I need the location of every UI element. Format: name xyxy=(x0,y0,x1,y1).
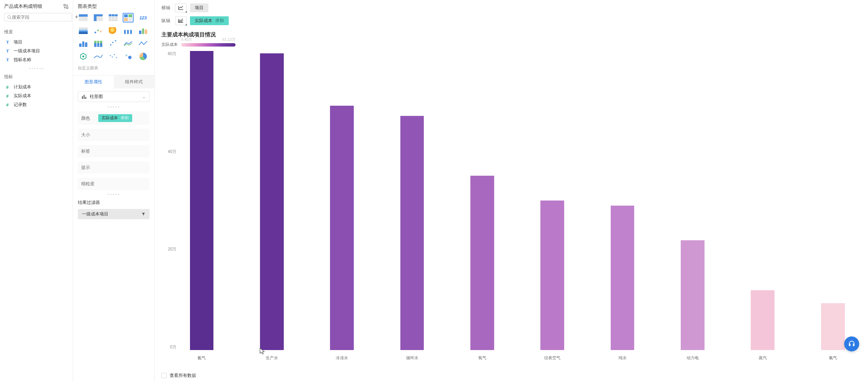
chart-type-pie[interactable] xyxy=(138,52,149,61)
swap-view-icon[interactable] xyxy=(63,4,69,9)
svg-point-2 xyxy=(8,15,11,18)
svg-point-4 xyxy=(82,55,84,57)
chart-type-kpi[interactable]: 123 xyxy=(138,13,149,22)
bar-chart-icon xyxy=(82,94,87,99)
prop-size[interactable]: 大小 xyxy=(78,129,150,141)
dimensions-section-label: 维度 xyxy=(4,29,69,35)
y-axis-ticks: 60万 40万 20万 0万 xyxy=(161,51,178,350)
chart-type-bubble[interactable] xyxy=(123,52,134,61)
y-axis-type-selector[interactable] xyxy=(175,16,187,25)
svg-rect-5 xyxy=(82,96,83,99)
chevron-down-icon: ⌄ xyxy=(142,94,146,99)
dimension-field[interactable]: T一级成本项目 xyxy=(4,47,69,55)
prop-tooltip[interactable]: 提示 xyxy=(78,161,150,174)
dataset-title: 产品成本构成明细 xyxy=(4,3,42,10)
filter-section-title: 结果过滤器 xyxy=(73,197,154,208)
bar[interactable] xyxy=(741,51,784,350)
filter-pill-label: 一级成本项目 xyxy=(82,211,108,217)
y-axis-label: 纵轴 xyxy=(161,18,172,24)
chart-type-picker: 123 xyxy=(73,13,154,67)
x-axis-type-selector[interactable] xyxy=(175,3,187,12)
chart-type-bar-multi[interactable] xyxy=(138,26,149,35)
gradient-scale: 9.40万 61.12万 xyxy=(181,43,236,47)
drag-handle[interactable]: • • • • • xyxy=(73,105,154,109)
bar[interactable] xyxy=(320,51,364,350)
bar[interactable] xyxy=(250,51,293,350)
x-axis-label: 动力电 xyxy=(671,355,714,361)
chart-shape-select[interactable]: 柱形图 ⌄ xyxy=(78,91,150,102)
text-field-icon: T xyxy=(6,39,11,45)
tab-graphic-props[interactable]: 图形属性 xyxy=(73,75,114,88)
filter-pill[interactable]: 一级成本项目 xyxy=(78,209,150,219)
bar[interactable] xyxy=(531,51,574,350)
field-label: 一级成本项目 xyxy=(14,48,40,54)
search-input-wrapper[interactable] xyxy=(4,13,72,21)
chart-type-bar[interactable] xyxy=(78,39,89,48)
x-axis-label: 氮气 xyxy=(180,355,223,361)
prop-color[interactable]: 颜色 实际成本求和 xyxy=(78,111,150,125)
svg-rect-0 xyxy=(64,4,66,6)
svg-rect-6 xyxy=(84,95,85,99)
bar[interactable] xyxy=(461,51,504,350)
x-axis-labels: 氮气生产水冷冻水循环水氢气仪表空气纯水动力电蒸汽氯气 xyxy=(180,355,854,361)
bar[interactable] xyxy=(671,51,714,350)
panel-drag-handle[interactable]: • • • • • • xyxy=(4,67,69,70)
x-axis-label: 生产水 xyxy=(250,355,293,361)
bar[interactable] xyxy=(811,51,854,350)
color-pill[interactable]: 实际成本求和 xyxy=(98,114,132,122)
config-panel: 图表类型 123 xyxy=(73,0,155,382)
bars-container xyxy=(180,51,854,350)
chart-type-scatter[interactable] xyxy=(108,39,119,48)
x-axis-label: 纯水 xyxy=(601,355,644,361)
chart-type-line[interactable] xyxy=(93,52,104,61)
chart-type-custom[interactable] xyxy=(78,52,89,61)
y-axis-field-pill[interactable]: 实际成本求和 xyxy=(190,16,229,25)
measure-field[interactable]: #记录数 xyxy=(4,100,69,109)
x-axis-label: 仪表空气 xyxy=(531,355,574,361)
tab-component-style[interactable]: 组件样式 xyxy=(114,75,155,88)
drag-handle[interactable]: • • • • • xyxy=(73,193,154,196)
field-label: 记录数 xyxy=(14,102,27,108)
color-legend: 实际成本 9.40万 61.12万 xyxy=(161,42,861,48)
chart-type-dashboard[interactable] xyxy=(123,13,134,22)
x-axis-field-pill[interactable]: 项目 xyxy=(190,3,208,12)
field-label: 实际成本 xyxy=(14,93,31,99)
gradient-max: 61.12万 xyxy=(222,37,236,42)
chart-type-map[interactable] xyxy=(108,26,119,35)
view-all-checkbox[interactable] xyxy=(161,373,167,378)
chart-type-heatmap[interactable] xyxy=(78,26,89,35)
chart-type-line-zigzag[interactable] xyxy=(138,39,149,48)
measure-field[interactable]: #计划成本 xyxy=(4,83,69,91)
chart-type-dot-matrix[interactable] xyxy=(93,26,104,35)
prop-label[interactable]: 标签 xyxy=(78,145,150,157)
chart-type-stacked-bar[interactable] xyxy=(93,39,104,48)
chart-type-area[interactable] xyxy=(123,39,134,48)
chart-type-grid[interactable] xyxy=(108,13,119,22)
support-button[interactable] xyxy=(844,336,859,351)
field-label: 项目 xyxy=(14,39,22,45)
number-field-icon: # xyxy=(6,85,11,90)
shape-select-label: 柱形图 xyxy=(90,93,103,100)
svg-rect-1 xyxy=(66,7,68,8)
search-input[interactable] xyxy=(12,15,69,20)
dimension-field[interactable]: T指标名称 xyxy=(4,55,69,64)
x-axis-icon xyxy=(178,5,184,10)
measure-field[interactable]: #实际成本 xyxy=(4,91,69,100)
prop-granularity[interactable]: 细粒度 xyxy=(78,178,150,190)
x-axis-config: 横轴 项目 xyxy=(161,3,861,12)
chart-type-points[interactable] xyxy=(108,52,119,61)
chart-type-crosstab[interactable] xyxy=(93,13,104,22)
bar[interactable] xyxy=(180,51,223,350)
search-icon xyxy=(7,15,12,20)
dimension-field[interactable]: T项目 xyxy=(4,38,69,47)
bar[interactable] xyxy=(601,51,644,350)
y-axis-icon xyxy=(178,18,184,23)
x-axis-label: 循环水 xyxy=(390,355,434,361)
number-field-icon: # xyxy=(6,93,11,99)
chart-area: 横轴 项目 纵轴 实际成本求和 主要成本构成项目情况 实际成本 9.40万 61… xyxy=(155,0,868,382)
chart-type-table[interactable] xyxy=(78,13,89,22)
chart-type-column-dots[interactable] xyxy=(123,26,134,35)
bar[interactable] xyxy=(390,51,434,350)
y-axis-config: 纵轴 实际成本求和 xyxy=(161,16,861,25)
x-axis-label: 氢气 xyxy=(461,355,504,361)
